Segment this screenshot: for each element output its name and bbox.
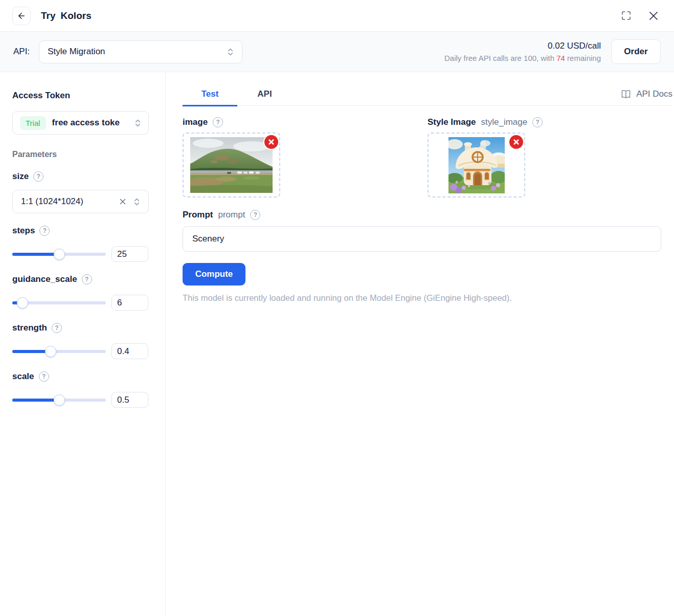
clear-icon[interactable] — [119, 198, 126, 205]
guidance-scale-input[interactable] — [111, 295, 148, 311]
guidance-scale-label: guidance_scale — [12, 274, 77, 284]
help-icon[interactable]: ? — [39, 226, 50, 236]
title-model-name: Kolors — [61, 10, 92, 21]
guidance-scale-slider[interactable] — [12, 301, 106, 304]
style-image-dropzone[interactable] — [428, 133, 525, 197]
close-icon — [647, 10, 660, 22]
steps-slider[interactable] — [12, 253, 106, 256]
delete-image-button[interactable] — [264, 135, 278, 149]
close-button[interactable] — [645, 8, 662, 24]
chevron-updown-icon — [227, 48, 234, 56]
landscape-photo-thumbnail — [190, 137, 273, 193]
book-icon — [620, 89, 632, 99]
trial-badge: Trial — [20, 116, 46, 130]
api-select-value: Style Migration — [48, 47, 227, 57]
image-dropzone[interactable] — [183, 133, 280, 197]
back-button[interactable] — [12, 7, 31, 25]
quota-suffix: remaining — [565, 54, 601, 62]
size-label: size — [12, 171, 29, 182]
style-image-param-name: style_image — [481, 117, 528, 127]
page-title: Try Kolors — [41, 10, 92, 21]
prompt-field-label: Prompt — [183, 210, 213, 220]
image-upload-field: image ? — [183, 117, 428, 197]
pricing-info: 0.02 USD/call Daily free API calls are 1… — [444, 39, 601, 64]
help-icon[interactable]: ? — [33, 171, 43, 182]
steps-input[interactable] — [111, 246, 148, 262]
prompt-param-name: prompt — [218, 210, 245, 220]
try-kolors-dialog: Try Kolors API: Style Migration 0.02 USD… — [0, 0, 674, 616]
strength-label: strength — [12, 323, 47, 333]
help-icon[interactable]: ? — [52, 323, 62, 333]
delete-style-image-button[interactable] — [509, 135, 523, 149]
title-action: Try — [41, 10, 56, 21]
api-label: API: — [13, 47, 30, 57]
style-image-upload-field: Style Image style_image ? — [428, 117, 672, 197]
steps-slider-thumb[interactable] — [54, 249, 65, 260]
size-select-value: 1:1 (1024*1024) — [21, 196, 116, 207]
chevron-updown-icon — [134, 119, 141, 127]
help-icon[interactable]: ? — [213, 117, 223, 127]
image-field-label: image — [183, 117, 208, 127]
quota-prefix: Daily free API calls are 100, with — [444, 54, 556, 62]
top-bar: Try Kolors — [0, 0, 674, 32]
quota-text: Daily free API calls are 100, with 74 re… — [444, 53, 601, 64]
api-selector-bar: API: Style Migration 0.02 USD/call Daily… — [0, 32, 674, 72]
tab-test[interactable]: Test — [183, 82, 237, 106]
size-select[interactable]: 1:1 (1024*1024) — [12, 190, 149, 213]
test-panel: Test API API Docs image ? — [166, 72, 674, 616]
compute-button[interactable]: Compute — [183, 263, 245, 285]
model-status-text: This model is currently loaded and runni… — [183, 293, 672, 303]
parameters-sidebar: Access Token Trial free access toke Para… — [0, 72, 166, 616]
scale-input[interactable] — [111, 392, 148, 408]
strength-input[interactable] — [111, 343, 148, 359]
order-button[interactable]: Order — [611, 39, 661, 64]
fullscreen-button[interactable] — [618, 8, 634, 24]
cottage-illustration-thumbnail — [448, 137, 505, 193]
scale-slider[interactable] — [12, 399, 106, 402]
help-icon[interactable]: ? — [39, 371, 49, 382]
arrow-left-icon — [17, 11, 26, 20]
help-icon[interactable]: ? — [82, 274, 92, 284]
prompt-input[interactable] — [183, 226, 661, 252]
tab-api[interactable]: API — [237, 82, 292, 106]
tabs-row: Test API API Docs — [183, 82, 672, 106]
api-docs-label: API Docs — [636, 89, 672, 99]
api-docs-link[interactable]: API Docs — [620, 89, 672, 99]
strength-slider-thumb[interactable] — [45, 346, 56, 357]
strength-slider[interactable] — [12, 350, 106, 353]
access-token-select[interactable]: Trial free access toke — [12, 111, 149, 135]
access-token-value: free access toke — [52, 118, 134, 128]
help-icon[interactable]: ? — [532, 117, 543, 127]
price-per-call: 0.02 USD/call — [444, 39, 601, 53]
guidance-scale-slider-thumb[interactable] — [17, 297, 28, 309]
chevron-updown-icon — [133, 197, 140, 206]
quota-remaining: 74 — [556, 54, 565, 62]
steps-label: steps — [12, 226, 35, 236]
scale-slider-thumb[interactable] — [54, 394, 65, 406]
fullscreen-icon — [620, 10, 632, 21]
api-select[interactable]: Style Migration — [39, 40, 242, 63]
access-token-label: Access Token — [12, 91, 148, 101]
style-image-field-label: Style Image — [428, 117, 476, 127]
scale-label: scale — [12, 371, 34, 382]
help-icon[interactable]: ? — [250, 210, 260, 220]
parameters-heading: Parameters — [12, 150, 148, 159]
